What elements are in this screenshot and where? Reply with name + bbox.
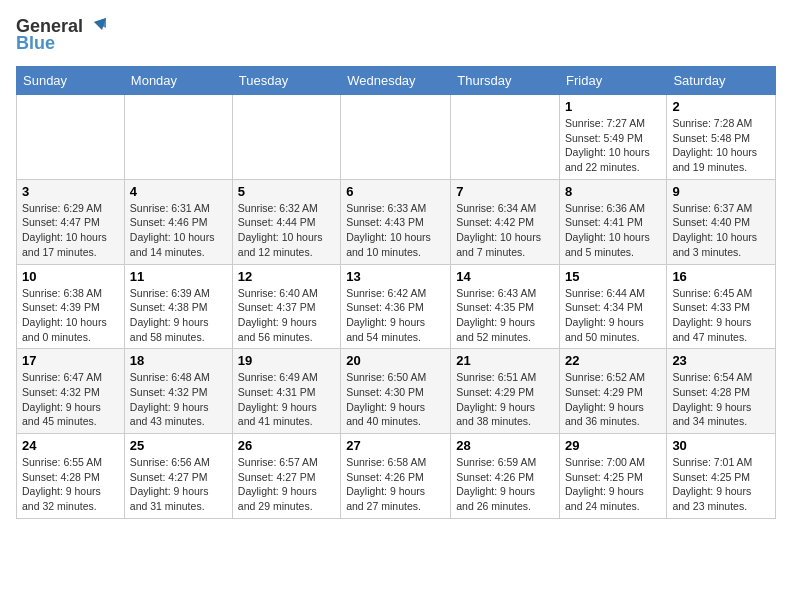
day-info: Sunrise: 6:34 AM Sunset: 4:42 PM Dayligh… <box>456 201 554 260</box>
day-number: 18 <box>130 353 227 368</box>
header-row: SundayMondayTuesdayWednesdayThursdayFrid… <box>17 67 776 95</box>
week-row-1: 3Sunrise: 6:29 AM Sunset: 4:47 PM Daylig… <box>17 179 776 264</box>
day-number: 17 <box>22 353 119 368</box>
calendar-cell: 9Sunrise: 6:37 AM Sunset: 4:40 PM Daylig… <box>667 179 776 264</box>
calendar-cell: 22Sunrise: 6:52 AM Sunset: 4:29 PM Dayli… <box>560 349 667 434</box>
calendar-cell: 18Sunrise: 6:48 AM Sunset: 4:32 PM Dayli… <box>124 349 232 434</box>
day-info: Sunrise: 6:37 AM Sunset: 4:40 PM Dayligh… <box>672 201 770 260</box>
day-info: Sunrise: 6:42 AM Sunset: 4:36 PM Dayligh… <box>346 286 445 345</box>
day-info: Sunrise: 6:32 AM Sunset: 4:44 PM Dayligh… <box>238 201 335 260</box>
day-info: Sunrise: 6:56 AM Sunset: 4:27 PM Dayligh… <box>130 455 227 514</box>
day-number: 16 <box>672 269 770 284</box>
day-number: 1 <box>565 99 661 114</box>
week-row-0: 1Sunrise: 7:27 AM Sunset: 5:49 PM Daylig… <box>17 95 776 180</box>
logo-bird-icon <box>86 18 106 36</box>
day-number: 8 <box>565 184 661 199</box>
day-info: Sunrise: 6:54 AM Sunset: 4:28 PM Dayligh… <box>672 370 770 429</box>
day-number: 20 <box>346 353 445 368</box>
day-number: 14 <box>456 269 554 284</box>
calendar-cell: 25Sunrise: 6:56 AM Sunset: 4:27 PM Dayli… <box>124 434 232 519</box>
day-number: 11 <box>130 269 227 284</box>
day-number: 4 <box>130 184 227 199</box>
calendar-cell <box>124 95 232 180</box>
day-info: Sunrise: 6:43 AM Sunset: 4:35 PM Dayligh… <box>456 286 554 345</box>
day-number: 19 <box>238 353 335 368</box>
day-number: 6 <box>346 184 445 199</box>
calendar-cell: 30Sunrise: 7:01 AM Sunset: 4:25 PM Dayli… <box>667 434 776 519</box>
calendar-cell <box>17 95 125 180</box>
calendar-cell: 20Sunrise: 6:50 AM Sunset: 4:30 PM Dayli… <box>341 349 451 434</box>
day-number: 7 <box>456 184 554 199</box>
calendar-cell: 2Sunrise: 7:28 AM Sunset: 5:48 PM Daylig… <box>667 95 776 180</box>
calendar-cell: 14Sunrise: 6:43 AM Sunset: 4:35 PM Dayli… <box>451 264 560 349</box>
header-thursday: Thursday <box>451 67 560 95</box>
calendar-cell <box>451 95 560 180</box>
day-info: Sunrise: 6:51 AM Sunset: 4:29 PM Dayligh… <box>456 370 554 429</box>
week-row-2: 10Sunrise: 6:38 AM Sunset: 4:39 PM Dayli… <box>17 264 776 349</box>
calendar-cell: 8Sunrise: 6:36 AM Sunset: 4:41 PM Daylig… <box>560 179 667 264</box>
header-monday: Monday <box>124 67 232 95</box>
calendar-cell: 5Sunrise: 6:32 AM Sunset: 4:44 PM Daylig… <box>232 179 340 264</box>
calendar-cell: 16Sunrise: 6:45 AM Sunset: 4:33 PM Dayli… <box>667 264 776 349</box>
calendar-cell: 15Sunrise: 6:44 AM Sunset: 4:34 PM Dayli… <box>560 264 667 349</box>
day-number: 15 <box>565 269 661 284</box>
day-number: 13 <box>346 269 445 284</box>
day-number: 26 <box>238 438 335 453</box>
day-number: 24 <box>22 438 119 453</box>
day-info: Sunrise: 6:45 AM Sunset: 4:33 PM Dayligh… <box>672 286 770 345</box>
day-info: Sunrise: 7:01 AM Sunset: 4:25 PM Dayligh… <box>672 455 770 514</box>
calendar-cell: 19Sunrise: 6:49 AM Sunset: 4:31 PM Dayli… <box>232 349 340 434</box>
calendar-cell: 10Sunrise: 6:38 AM Sunset: 4:39 PM Dayli… <box>17 264 125 349</box>
calendar-cell: 3Sunrise: 6:29 AM Sunset: 4:47 PM Daylig… <box>17 179 125 264</box>
header-friday: Friday <box>560 67 667 95</box>
day-number: 30 <box>672 438 770 453</box>
week-row-3: 17Sunrise: 6:47 AM Sunset: 4:32 PM Dayli… <box>17 349 776 434</box>
day-info: Sunrise: 6:55 AM Sunset: 4:28 PM Dayligh… <box>22 455 119 514</box>
day-number: 5 <box>238 184 335 199</box>
calendar-cell: 28Sunrise: 6:59 AM Sunset: 4:26 PM Dayli… <box>451 434 560 519</box>
day-info: Sunrise: 6:57 AM Sunset: 4:27 PM Dayligh… <box>238 455 335 514</box>
day-info: Sunrise: 6:52 AM Sunset: 4:29 PM Dayligh… <box>565 370 661 429</box>
day-number: 2 <box>672 99 770 114</box>
calendar-cell <box>341 95 451 180</box>
day-number: 22 <box>565 353 661 368</box>
logo: General Blue <box>16 16 106 54</box>
day-info: Sunrise: 6:40 AM Sunset: 4:37 PM Dayligh… <box>238 286 335 345</box>
day-number: 28 <box>456 438 554 453</box>
day-info: Sunrise: 6:38 AM Sunset: 4:39 PM Dayligh… <box>22 286 119 345</box>
day-number: 29 <box>565 438 661 453</box>
day-info: Sunrise: 6:29 AM Sunset: 4:47 PM Dayligh… <box>22 201 119 260</box>
calendar-cell: 21Sunrise: 6:51 AM Sunset: 4:29 PM Dayli… <box>451 349 560 434</box>
day-number: 10 <box>22 269 119 284</box>
week-row-4: 24Sunrise: 6:55 AM Sunset: 4:28 PM Dayli… <box>17 434 776 519</box>
day-info: Sunrise: 6:50 AM Sunset: 4:30 PM Dayligh… <box>346 370 445 429</box>
day-info: Sunrise: 6:49 AM Sunset: 4:31 PM Dayligh… <box>238 370 335 429</box>
day-info: Sunrise: 6:44 AM Sunset: 4:34 PM Dayligh… <box>565 286 661 345</box>
calendar-cell: 24Sunrise: 6:55 AM Sunset: 4:28 PM Dayli… <box>17 434 125 519</box>
calendar-cell: 17Sunrise: 6:47 AM Sunset: 4:32 PM Dayli… <box>17 349 125 434</box>
calendar-cell: 23Sunrise: 6:54 AM Sunset: 4:28 PM Dayli… <box>667 349 776 434</box>
calendar-cell: 27Sunrise: 6:58 AM Sunset: 4:26 PM Dayli… <box>341 434 451 519</box>
day-number: 12 <box>238 269 335 284</box>
calendar-cell: 29Sunrise: 7:00 AM Sunset: 4:25 PM Dayli… <box>560 434 667 519</box>
day-info: Sunrise: 6:36 AM Sunset: 4:41 PM Dayligh… <box>565 201 661 260</box>
header-wednesday: Wednesday <box>341 67 451 95</box>
day-info: Sunrise: 6:39 AM Sunset: 4:38 PM Dayligh… <box>130 286 227 345</box>
calendar-cell: 13Sunrise: 6:42 AM Sunset: 4:36 PM Dayli… <box>341 264 451 349</box>
calendar-cell: 12Sunrise: 6:40 AM Sunset: 4:37 PM Dayli… <box>232 264 340 349</box>
day-number: 23 <box>672 353 770 368</box>
logo-container: General Blue <box>16 16 106 54</box>
calendar-cell: 7Sunrise: 6:34 AM Sunset: 4:42 PM Daylig… <box>451 179 560 264</box>
calendar-cell <box>232 95 340 180</box>
calendar-cell: 1Sunrise: 7:27 AM Sunset: 5:49 PM Daylig… <box>560 95 667 180</box>
day-info: Sunrise: 6:33 AM Sunset: 4:43 PM Dayligh… <box>346 201 445 260</box>
logo-blue: Blue <box>16 33 55 54</box>
calendar-cell: 11Sunrise: 6:39 AM Sunset: 4:38 PM Dayli… <box>124 264 232 349</box>
calendar-cell: 26Sunrise: 6:57 AM Sunset: 4:27 PM Dayli… <box>232 434 340 519</box>
header-sunday: Sunday <box>17 67 125 95</box>
day-info: Sunrise: 7:00 AM Sunset: 4:25 PM Dayligh… <box>565 455 661 514</box>
header-tuesday: Tuesday <box>232 67 340 95</box>
header-saturday: Saturday <box>667 67 776 95</box>
calendar-cell: 4Sunrise: 6:31 AM Sunset: 4:46 PM Daylig… <box>124 179 232 264</box>
day-number: 3 <box>22 184 119 199</box>
